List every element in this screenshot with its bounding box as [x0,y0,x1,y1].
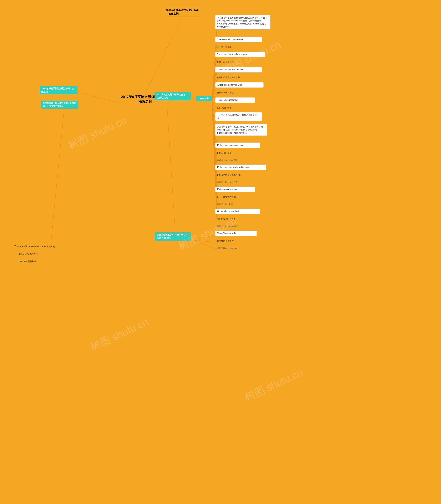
sent7-en-node: Motherismuchmovedbyhiskindness. [215,164,266,170]
sent3-en-text: Youcaneatanyfruitonthetable. [217,69,244,71]
svg-line-33 [193,240,217,242]
sent4-en-node: Alittlebreadisleftinthebasket. [215,82,264,88]
note-time-text: 表概念：time时间 [217,203,233,205]
sent1-cn-node: 桌上有一些食物。 [215,45,246,50]
uncountable-note-text: 不可数名词是既不能数两无单复数之分的名词，一般可用no,any,some,ali… [217,17,267,28]
sent4-cn-text: 篮里剩下一点面包。 [217,91,236,94]
sent3-cn-text: 你可以吃桌上的任何水果。 [217,76,242,79]
top-title-node: 2017年6月英语六级词汇备考—抽象名词 [164,7,203,17]
sent1-en-node: Thereissomefoodonthetable. [215,37,262,42]
sub1-1-node: 1.抽象名词一般无复数形式，不加冠词，只有特指时加the。 [41,101,78,109]
friendship-sentence-text: Thefriendshipbetweenusislongandlasting: [15,245,56,248]
friendship-cn-node: 我们的友谊地久天长。 [17,251,52,256]
sent5-cn-text: 他们不感到饿了。 [217,106,234,109]
svg-line-31 [167,107,176,240]
branch3-node: 2.有些抽象名词可与of连用，起形容词的作用。 [155,232,191,241]
sent2-cn-text: 报纸上有大量新闻。 [217,61,236,63]
sent7-en-text: Motherismuchmovedbyhiskindness. [217,166,250,168]
sent10-en-text: Yourgiftisofgreatvalue. [217,232,237,235]
top-title-text: 2017年6月英语六级词汇备考—抽象名词 [166,9,199,15]
note-valuable-node: 相当于itisverycaluable。 [215,246,255,251]
note-friendship-text: 表概念：friendship友谊 [217,225,238,227]
note-kindness-node: 表性质：kindness仁慈 [215,180,250,185]
sent2-en-text: Thereismuchnewsinthenewspaper. [217,53,249,55]
sent3-cn-node: 你可以吃桌上的任何水果。 [215,75,253,80]
friendship-sentence-node: Thefriendshipbetweenusislongandlasting: [13,244,88,249]
sent8-cn-node: 孩子，睡觉的时间到了！ [215,194,253,199]
abstract-desc-text: 抽象名词是动作、性质、概念、状态等的名称，如：washing(洗衣)、kindn… [217,125,265,134]
svg-line-34 [193,240,217,249]
sent6-cn-text: 妈妈正在洗衣服。 [217,152,234,154]
svg-line-30 [50,114,64,249]
note-washing-text: 表动作：washing洗衣 [217,159,237,161]
sent8-cn-text: 孩子，睡觉的时间到了！ [217,196,240,198]
sent1-en-text: Thereissomefoodonthetable. [217,38,243,41]
sent6-en-node: Motherisdoingsomewashing. [215,143,260,148]
note-friendship-node: 表概念：friendship友谊 [215,224,252,229]
friendship-refers-node: friendship是特指的。 [17,259,52,264]
sent7-cn-node: 妈妈被他的仁慈深深打动。 [215,173,253,178]
sent10-en-node: Yourgiftisofgreatvalue. [215,231,257,236]
sent5-cn-node: 他们不感到饿了。 [215,105,246,110]
sent8-en-text: It'stimetogotobed,boy! [217,188,237,190]
abstract-noun-node: 抽象名词 [196,96,212,101]
sent1-cn-text: 桌上有一些食物。 [217,46,234,48]
sent9-en-text: Ourfriendshipiseverlasting. [217,210,242,212]
note-kindness-text: 表性质：kindness仁慈 [217,181,237,183]
svg-line-1 [81,93,119,103]
sent5-en-node: Theyfeelnohungernow. [215,97,255,103]
note-washing-node: 表动作：washing洗衣 [215,158,250,163]
abstract-desc-node: 抽象名词是动作、性质、概念、状态等的名称，如：washing(洗衣)、kindn… [215,124,267,136]
note-valuable-text: 相当于itisverycaluable。 [217,247,239,249]
sent10-cn-text: 你礼物的价值很大。 [217,240,236,242]
uncountable-note-node: 不可数名词是既不能数两无单复数之分的名词，一般可用no,any,some,ali… [215,15,270,30]
sent2-en-node: Thereismuchnewsinthenewspaper. [215,52,265,57]
sent10-cn-node: 你礼物的价值很大。 [215,238,250,244]
sent3-en-node: Youcaneatanyfruitonthetable. [215,67,262,73]
sent8-en-node: It'stimetogotobed,boy! [215,187,255,192]
abstract-noun-text: 抽象名词 [200,97,209,100]
sent5-en-text: Theyfeelnohungernow. [217,99,238,101]
friendship-cn-text: 我们的友谊地久天长。 [19,252,40,255]
branch1-node: 2017年6月英语六级词汇备考—复数名词 [40,86,78,94]
branch3-text: 2.有些抽象名词可与of连用，起形容词的作用。 [157,234,188,239]
sent7-cn-text: 妈妈被他的仁慈深深打动。 [217,174,242,176]
uncountable-includes-text: 不可数名词包括物质名词、抽象名词和专有名词。 [217,114,259,119]
sent9-en-node: Ourfriendshipiseverlasting. [215,209,260,214]
friendship-refers-text: friendship是特指的。 [19,260,38,263]
uncountable-includes-node: 不可数名词包括物质名词、抽象名词和专有名词。 [215,112,262,121]
branch2-text: 2017年6月英语六级词汇备考—名词性从句 [157,93,188,99]
sent4-en-text: Alittlebreadisleftinthebasket. [217,84,243,86]
branch1-text: 2017年6月英语六级词汇备考—复数名词 [41,87,74,93]
sent6-en-text: Motherisdoingsomewashing. [217,144,243,146]
sent6-cn-node: 妈妈正在洗衣服。 [215,150,246,155]
sent9-cn-node: 我们的友谊地久天长。 [215,217,250,222]
svg-line-32 [193,235,217,240]
svg-line-0 [143,13,184,98]
note-time-node: 表概念：time时间 [215,202,246,207]
branch2-node: 2017年6月英语六级词汇备考—名词性从句 [155,92,191,100]
sent2-cn-node: 报纸上有大量新闻。 [215,60,246,65]
sub1-1-text: 1.抽象名词一般无复数形式，不加冠词，只有特指时加the。 [43,102,76,107]
sent9-cn-text: 我们的友谊地久天长。 [217,218,238,220]
sent4-cn-node: 篮里剩下一点面包。 [215,90,246,95]
